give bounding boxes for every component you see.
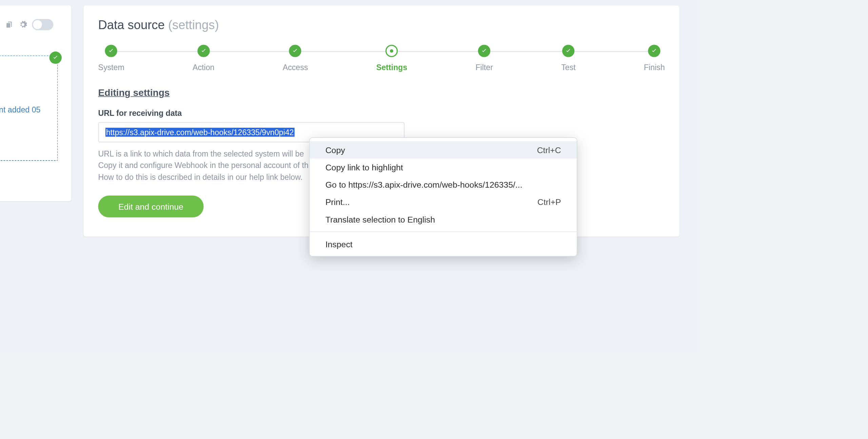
step-action[interactable]: Action	[193, 45, 214, 71]
context-menu: CopyCtrl+C Copy link to highlight Go to …	[309, 137, 577, 256]
step-access[interactable]: Access	[283, 45, 308, 71]
check-badge	[50, 51, 62, 64]
step-test[interactable]: Test	[561, 45, 576, 71]
edit-continue-button[interactable]: Edit and continue	[98, 195, 203, 217]
gear-icon[interactable]	[19, 20, 27, 29]
right-title: Data source	[98, 18, 164, 32]
section-title: Editing settings	[98, 87, 665, 99]
ctx-copy-link[interactable]: Copy link to highlight	[310, 159, 577, 176]
copy-icon[interactable]	[5, 20, 14, 29]
connection-card: Connection (ID: 43811) PAPERFORM 1 DATA …	[0, 5, 71, 201]
wizard-steps: System Action Access Settings Filter Tes…	[98, 45, 665, 71]
ctx-translate[interactable]: Translate selection to English	[310, 211, 577, 228]
ctx-goto[interactable]: Go to https://s3.apix-drive.com/web-hook…	[310, 176, 577, 193]
connection-id: (ID: 43811)	[0, 18, 1, 31]
step-system[interactable]: System	[98, 45, 124, 71]
step-settings[interactable]: Settings	[376, 45, 407, 71]
ctx-print[interactable]: Print...Ctrl+P	[310, 193, 577, 211]
url-field-label: URL for receiving data	[98, 109, 665, 118]
row-access-value[interactable]: Paperform (account added 05	[0, 105, 40, 114]
step-filter[interactable]: Filter	[475, 45, 493, 71]
url-value: https://s3.apix-drive.com/web-hooks/1263…	[105, 128, 294, 137]
connection-name: PAPERFORM	[0, 39, 58, 47]
ctx-inspect[interactable]: Inspect	[310, 235, 577, 253]
connection-toggle[interactable]	[32, 19, 54, 30]
data-source-box[interactable]: 1 DATA SOURCE System Paperform Action Ge…	[0, 56, 58, 161]
step-finish[interactable]: Finish	[644, 45, 665, 71]
ctx-copy[interactable]: CopyCtrl+C	[310, 141, 577, 159]
right-title-sub: (settings)	[168, 18, 219, 32]
